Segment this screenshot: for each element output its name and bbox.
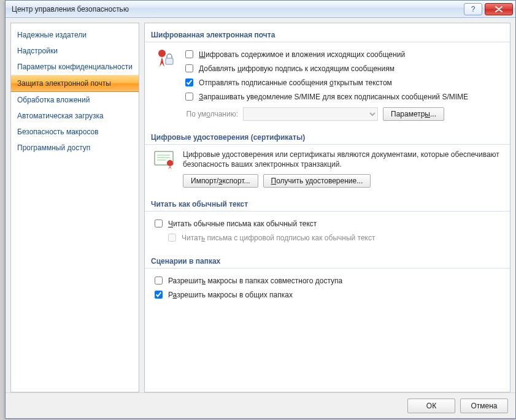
svg-point-6 [167, 160, 173, 166]
sidebar: Надежные издателиНадстройкиПараметры кон… [10, 23, 139, 392]
window-title: Центр управления безопасностью [12, 5, 464, 13]
section-certificates: Цифровые удостоверения (сертификаты) [145, 129, 510, 190]
sidebar-item[interactable]: Защита электронной почты [11, 75, 139, 92]
checkbox[interactable] [185, 50, 193, 58]
parameters-button[interactable]: Параметры... [383, 107, 444, 121]
certificate-icon [152, 150, 177, 169]
sidebar-item[interactable]: Программный доступ [11, 140, 139, 156]
svg-rect-1 [166, 58, 173, 64]
checkbox-label: Читать обычные письма как обычный текст [168, 220, 317, 228]
section-header: Сценарии в папках [145, 253, 510, 269]
svg-point-0 [158, 50, 166, 57]
checkbox-label: Читать письма с цифровой подписью как об… [182, 234, 375, 242]
checkbox-row[interactable]: Читать обычные письма как обычный текст [152, 216, 503, 231]
checkbox[interactable] [155, 277, 163, 284]
sidebar-item[interactable]: Надстройки [11, 43, 139, 59]
default-setting-label: По умолчанию: [183, 110, 238, 118]
checkbox[interactable] [185, 78, 193, 86]
dialog-footer: ОК Отмена [6, 392, 515, 418]
checkbox-label: Шифровать содержимое и вложения исходящи… [199, 50, 405, 59]
checkbox-row[interactable]: Отправлять подписанные сообщения открыты… [183, 75, 503, 90]
checkbox-row: Читать письма с цифровой подписью как об… [152, 231, 503, 245]
sidebar-item[interactable]: Автоматическая загрузка [11, 108, 139, 124]
checkbox-label: Добавлять цифровую подпись к исходящим с… [199, 64, 395, 73]
section-header: Шифрованная электронная почта [145, 27, 510, 42]
checkbox[interactable] [155, 220, 163, 227]
client-area: Надежные издателиНадстройкиПараметры кон… [10, 23, 510, 392]
sidebar-item[interactable]: Обработка вложений [11, 92, 139, 108]
help-button[interactable]: ? [464, 3, 482, 15]
checkbox-label: Запрашивать уведомление S/MIME для всех … [199, 93, 468, 101]
checkbox-row[interactable]: Шифровать содержимое и вложения исходящи… [183, 47, 503, 61]
titlebar: Центр управления безопасностью ? [6, 1, 515, 18]
cancel-button[interactable]: Отмена [460, 399, 508, 413]
checkbox-label: Разрешить макросы в общих папках [168, 291, 293, 299]
section-plaintext: Читать как обычный текст Читать обычные … [145, 196, 510, 247]
checkbox[interactable] [185, 64, 193, 72]
sidebar-item[interactable]: Безопасность макросов [11, 124, 139, 140]
content-pane: Шифрованная электронная почта Шифровать … [144, 23, 510, 392]
checkbox [168, 234, 176, 242]
close-icon [495, 6, 503, 12]
trust-center-dialog: Центр управления безопасностью ? Надежны… [5, 0, 516, 419]
section-folder-scripts: Сценарии в папках Разрешить макросы в па… [145, 253, 510, 304]
checkbox[interactable] [155, 291, 163, 299]
sidebar-item[interactable]: Параметры конфиденциальности [11, 59, 139, 75]
import-export-button[interactable]: Импорт/экспорт... [183, 174, 258, 188]
section-encrypted-email: Шифрованная электронная почта Шифровать … [145, 27, 510, 123]
checkbox-label: Разрешить макросы в папках совместного д… [168, 277, 342, 285]
checkbox-row[interactable]: Добавлять цифровую подпись к исходящим с… [183, 61, 503, 75]
close-button[interactable] [485, 3, 513, 15]
ribbon-lock-icon [152, 47, 177, 71]
default-setting-combo[interactable] [243, 107, 378, 121]
ok-button[interactable]: ОК [407, 399, 455, 413]
get-certificate-button[interactable]: Получить удостоверение... [263, 174, 371, 188]
cert-description: Цифровые удостоверения или сертификаты я… [183, 150, 503, 169]
checkbox-row[interactable]: Разрешить макросы в общих папках [152, 288, 503, 302]
checkbox[interactable] [185, 93, 193, 101]
window-buttons: ? [464, 3, 515, 15]
checkbox-label: Отправлять подписанные сообщения открыты… [199, 78, 392, 87]
default-setting-row: По умолчанию: Параметры... [183, 107, 503, 121]
section-header: Читать как обычный текст [145, 196, 510, 212]
checkbox-row[interactable]: Запрашивать уведомление S/MIME для всех … [183, 90, 503, 104]
sidebar-item[interactable]: Надежные издатели [11, 27, 139, 43]
section-header: Цифровые удостоверения (сертификаты) [145, 129, 510, 145]
checkbox-row[interactable]: Разрешить макросы в папках совместного д… [152, 273, 503, 288]
